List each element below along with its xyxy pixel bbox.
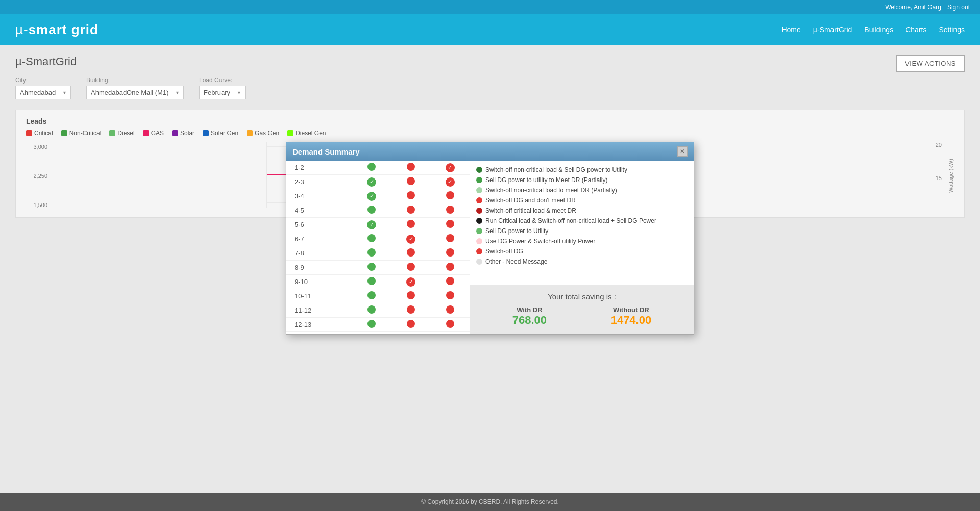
legend-color-dot (476, 218, 482, 224)
status-cell-2 (430, 303, 470, 318)
legend-item-label: Sell DG power to Utility (485, 227, 548, 235)
city-filter: City: Ahmedabad (15, 76, 71, 99)
chart-legend: Critical Non-Critical Diesel GAS Solar S… (26, 130, 954, 137)
nav-smartgrid[interactable]: µ-SmartGrid (813, 25, 852, 34)
legend-item-label: Run Critical load & Switch-off non-criti… (485, 217, 656, 224)
savings-box: Your total saving is : With DR 768.00 Wi… (470, 285, 694, 334)
legend-color-dot (476, 197, 482, 203)
without-dr-value: 1474.00 (611, 314, 652, 327)
table-row: 2-3✓✓ (286, 175, 470, 189)
time-cell: 6-7 (286, 232, 352, 246)
status-cell-2 (430, 261, 470, 275)
nav-buildings[interactable]: Buildings (864, 25, 893, 34)
gas-gen-label: Gas Gen (255, 130, 279, 137)
city-select[interactable]: Ahmedabad (15, 86, 71, 99)
legend-item-label: Switch-off non-critical load & Sell DG p… (485, 166, 627, 173)
time-cell: 12-13 (286, 318, 352, 332)
load-curve-label: Load Curve: (199, 76, 246, 84)
status-cell-2 (430, 232, 470, 246)
savings-title: Your total saving is : (480, 292, 683, 301)
gas-gen-icon (247, 130, 253, 136)
status-cell-0 (352, 275, 391, 289)
solar-icon (172, 130, 178, 136)
diesel-gen-label: Diesel Gen (296, 130, 326, 137)
footer-text: © Copyright 2016 by CBERD. All Rights Re… (421, 498, 559, 505)
status-cell-0 (352, 261, 391, 275)
critical-icon (26, 130, 32, 136)
legend-color-dot (476, 228, 482, 234)
diesel-icon (109, 130, 115, 136)
modal-body: 1-2✓2-3✓✓3-4✓4-55-6✓6-7✓7-88-99-10✓10-11… (286, 161, 694, 334)
building-label: Building: (86, 76, 184, 84)
y-axis-right-labels: 20 15 (936, 142, 942, 208)
main-nav: Home µ-SmartGrid Buildings Charts Settin… (781, 25, 965, 34)
logo: µ-smart grid (15, 22, 99, 38)
solar-gen-label: Solar Gen (211, 130, 238, 137)
table-row: 11-12 (286, 303, 470, 318)
savings-row: With DR 768.00 Without DR 1474.00 (480, 306, 683, 327)
gas-icon (143, 130, 149, 136)
table-row: 6-7✓ (286, 232, 470, 246)
status-cell-2: ✓ (430, 175, 470, 189)
load-curve-select[interactable]: February (199, 86, 246, 99)
demand-table: 1-2✓2-3✓✓3-4✓4-55-6✓6-7✓7-88-99-10✓10-11… (286, 161, 470, 332)
footer: © Copyright 2016 by CBERD. All Rights Re… (0, 493, 980, 511)
legend-color-dot (476, 187, 482, 193)
status-cell-0 (352, 232, 391, 246)
legend-solar: Solar (172, 130, 194, 137)
legend-item-label: Switch-off critical load & meet DR (485, 207, 576, 214)
legend-critical: Critical (26, 130, 53, 137)
main-content: µ-SmartGrid VIEW ACTIONS City: Ahmedabad… (0, 45, 980, 493)
status-cell-1 (391, 303, 431, 318)
time-cell: 4-5 (286, 203, 352, 218)
time-cell: 5-6 (286, 218, 352, 232)
load-curve-select-wrapper[interactable]: February (199, 86, 246, 99)
status-cell-0 (352, 303, 391, 318)
modal-right-panel: Switch-off non-critical load & Sell DG p… (470, 161, 694, 334)
table-row: 3-4✓ (286, 189, 470, 203)
signout-link[interactable]: Sign out (947, 4, 970, 11)
modal-legend-list: Switch-off non-critical load & Sell DG p… (470, 161, 694, 285)
logo-text: µ-smart grid (15, 22, 99, 37)
modal-close-button[interactable]: ✕ (677, 146, 688, 157)
table-row: 4-5 (286, 203, 470, 218)
building-select-wrapper[interactable]: AhmedabadOne Mall (M1) (86, 86, 184, 99)
modal-table: 1-2✓2-3✓✓3-4✓4-55-6✓6-7✓7-88-99-10✓10-11… (286, 161, 470, 334)
city-select-wrapper[interactable]: Ahmedabad (15, 86, 71, 99)
top-bar: Welcome, Amit Garg Sign out (0, 0, 980, 14)
time-cell: 11-12 (286, 303, 352, 318)
time-cell: 1-2 (286, 161, 352, 175)
building-select[interactable]: AhmedabadOne Mall (M1) (86, 86, 184, 99)
status-cell-1 (391, 318, 431, 332)
status-cell-2 (430, 246, 470, 261)
nav-home[interactable]: Home (781, 25, 800, 34)
building-filter: Building: AhmedabadOne Mall (M1) (86, 76, 184, 99)
legend-item: Use DG Power & Switch-off utility Power (476, 236, 688, 246)
legend-item: Switch-off non-critical load to meet DR … (476, 185, 688, 195)
status-cell-1 (391, 261, 431, 275)
legend-item: Run Critical load & Switch-off non-criti… (476, 216, 688, 226)
legend-noncritical: Non-Critical (61, 130, 102, 137)
time-cell: 9-10 (286, 275, 352, 289)
legend-gas-gen: Gas Gen (247, 130, 279, 137)
y-axis-labels: 3,000 2,250 1,500 (31, 142, 52, 210)
nav-settings[interactable]: Settings (939, 25, 965, 34)
welcome-text: Welcome, Amit Garg (885, 4, 941, 11)
status-cell-0: ✓ (352, 218, 391, 232)
table-row: 9-10✓ (286, 275, 470, 289)
legend-item: Sell DG power to utility to Meet DR (Par… (476, 175, 688, 185)
view-actions-button[interactable]: VIEW ACTIONS (896, 55, 965, 72)
legend-item-label: Switch-off DG (485, 248, 523, 255)
load-curve-filter: Load Curve: February (199, 76, 246, 99)
status-cell-0 (352, 161, 391, 175)
with-dr-label: With DR (512, 306, 547, 314)
status-cell-2 (430, 289, 470, 303)
legend-item-label: Sell DG power to utility to Meet DR (Par… (485, 176, 607, 184)
status-cell-1: ✓ (391, 232, 431, 246)
legend-gas: GAS (143, 130, 164, 137)
noncritical-icon (61, 130, 67, 136)
status-cell-0 (352, 289, 391, 303)
nav-charts[interactable]: Charts (905, 25, 926, 34)
time-cell: 2-3 (286, 175, 352, 189)
filters-row: City: Ahmedabad Building: AhmedabadOne M… (15, 76, 965, 99)
